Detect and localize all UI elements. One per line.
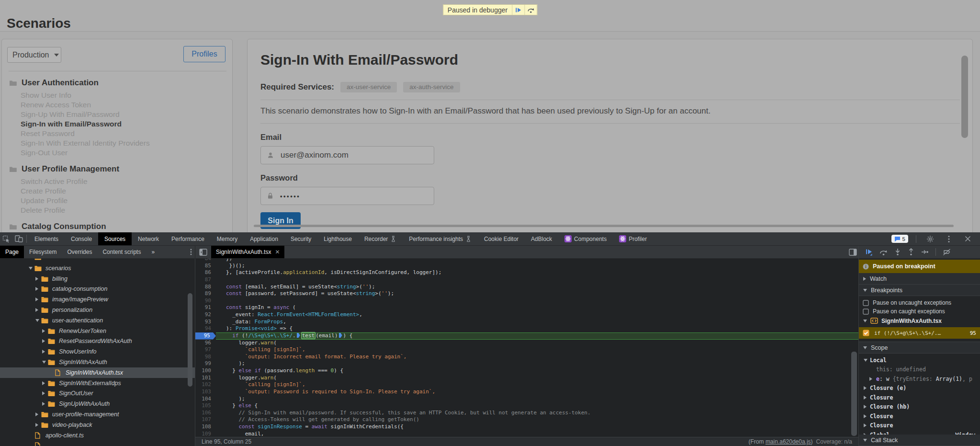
issues-counter[interactable]: 5 (891, 235, 908, 243)
step-location-marker-icon[interactable] (339, 333, 342, 338)
code-line[interactable]: 86}, [activeProfile.applicationId, isDir… (195, 269, 858, 276)
devtools-tab-sources[interactable]: Sources (98, 232, 132, 245)
sidebar-item-create-profile[interactable]: Create Profile (21, 186, 232, 196)
scope-section[interactable]: Scope (859, 342, 980, 354)
sidebar-item-sign-in-with-email-password[interactable]: Sign-In with Email/Password (21, 119, 232, 129)
tree-item-user-profile-management[interactable]: user-profile-management (0, 409, 195, 420)
code-line[interactable]: 101 logger.warn( (195, 375, 858, 382)
password-field[interactable]: •••••• (260, 187, 434, 205)
scope-entry[interactable]: this: undefined (859, 365, 980, 375)
tree-item-resetpasswordwithaxauth[interactable]: ResetPasswordWithAxAuth (0, 336, 195, 347)
pause-uncaught-row[interactable]: Pause on uncaught exceptions (859, 298, 980, 307)
sidebar-item-delete-profile[interactable]: Delete Profile (21, 206, 232, 215)
collapse-debugger-icon[interactable] (849, 246, 857, 258)
code-line[interactable]: 99 ); (195, 360, 858, 367)
code-line[interactable]: 102 `calling [signIn]`, (195, 381, 858, 389)
line-number[interactable]: 86 (195, 269, 216, 276)
code-line[interactable]: 91const signIn = async ( (195, 304, 858, 311)
devtools-tab-performance[interactable]: Performance (165, 232, 211, 245)
scope-entry-closure-e-[interactable]: Closure (e) (859, 384, 980, 393)
tree-item-signinwithexternalidps[interactable]: SignInWithExternalIdps (0, 378, 195, 389)
step-into-icon[interactable] (894, 248, 901, 256)
tree-item-video-playback[interactable]: video-playback (0, 420, 195, 430)
scope-entry-closure[interactable]: Closure (859, 393, 980, 402)
navigator-kebab-icon[interactable] (190, 246, 192, 258)
devtools-tab-application[interactable]: Application (244, 232, 284, 245)
line-number[interactable]: 89 (195, 290, 216, 297)
scope-entry-closure[interactable]: Closure (859, 412, 980, 421)
nav-section-title[interactable]: User Profile Management (9, 164, 232, 174)
devtools-tab-network[interactable]: Network (132, 232, 165, 245)
nav-section-title[interactable]: Catalog Consumption (9, 221, 232, 232)
resume-script-icon[interactable] (512, 5, 524, 15)
devtools-tab-lighthouse[interactable]: Lighthouse (317, 232, 358, 245)
code-line[interactable]: 108 const signInResponse = await signInW… (195, 423, 858, 431)
code-line[interactable]: 89const [password, setPassword] = useSta… (195, 290, 858, 297)
step-out-icon[interactable] (908, 248, 914, 256)
pause-caught-row[interactable]: Pause on caught exceptions (859, 307, 980, 316)
navigator-tab-overrides[interactable]: Overrides (62, 246, 97, 258)
navigator-tab-content-scripts[interactable]: Content scripts (97, 246, 146, 258)
sidebar-item-update-profile[interactable]: Update Profile (21, 196, 232, 206)
line-number[interactable]: 98 (195, 354, 216, 361)
editor-scrollbar[interactable] (851, 352, 857, 436)
line-number[interactable]: 93 (195, 319, 216, 326)
step-over-icon[interactable] (879, 249, 888, 256)
tree-item-image-imagepreview[interactable]: image/ImagePreview (0, 294, 195, 305)
code-line[interactable]: 105 } else { (195, 402, 858, 410)
breakpoint-file-row[interactable]: SignInWithAxAuth.tsx (859, 316, 980, 326)
tree-item-personalization[interactable]: personalization (0, 305, 195, 315)
gear-icon[interactable] (924, 235, 936, 243)
devtools-tab-components[interactable]: Components (558, 232, 613, 245)
devtools-tab-console[interactable]: Console (65, 232, 98, 245)
call-stack-section[interactable]: Call Stack (859, 435, 980, 446)
code-line[interactable]: 90 (195, 297, 858, 305)
step-location-marker-icon[interactable] (297, 333, 300, 338)
line-number[interactable]: 88 (195, 284, 216, 291)
editor-tab[interactable]: SignInWithAxAuth.tsx ✕ (211, 246, 284, 258)
code-line[interactable]: 87 (195, 276, 858, 284)
code-line[interactable]: 92 _event: React.FormEvent<HTMLFormEleme… (195, 311, 858, 319)
sidebar-item-sign-out-user[interactable]: Sign-Out User (21, 148, 232, 158)
sidebar-item-sign-up-with-email-password[interactable]: Sign-Up With Email/Password (21, 110, 232, 119)
tree-item-user-authentication[interactable]: user-authentication (0, 315, 195, 326)
source-file-link[interactable]: main.a620de0a.js (766, 438, 811, 445)
sidebar-item-sign-in-with-external-identity-providers[interactable]: Sign-In With External Identity Providers (21, 138, 232, 148)
scope-entry[interactable]: e: w {tryEntries: Array(1), p (859, 374, 980, 384)
line-number[interactable]: 85 (195, 263, 216, 270)
line-number[interactable]: 99 (195, 360, 216, 367)
line-number[interactable]: 100 (195, 367, 216, 375)
tree-item-signinwithaxauth[interactable]: SignInWithAxAuth (0, 357, 195, 367)
collapse-navigator-icon[interactable] (195, 246, 211, 258)
line-number[interactable]: 102 (195, 381, 216, 389)
close-devtools-icon[interactable] (961, 236, 974, 242)
navigator-tab--[interactable]: » (146, 246, 160, 258)
line-number[interactable]: 92 (195, 311, 216, 319)
devtools-tab-performance-insights[interactable]: Performance insights (403, 232, 478, 245)
code-line[interactable]: 103 `output: Password is required to Sig… (195, 389, 858, 396)
line-number[interactable]: 84 (195, 259, 216, 263)
tree-item-scenarios[interactable]: scenarios (0, 263, 195, 274)
line-number[interactable]: 107 (195, 416, 216, 423)
scope-entry-closure-hb-[interactable]: Closure (hb) (859, 402, 980, 412)
line-number[interactable]: 96 (195, 340, 216, 347)
breakpoints-section[interactable]: Breakpoints (859, 285, 980, 296)
scope-entry-closure[interactable]: Closure (859, 421, 980, 431)
tree-item-apollo-client-ts[interactable]: apollo-client.ts (0, 430, 195, 441)
code-line[interactable]: 100 } else if (password.length === 0) { (195, 367, 858, 375)
step-over-icon[interactable] (524, 5, 537, 15)
sidebar-item-renew-access-token[interactable]: Renew Access Token (21, 100, 232, 110)
devtools-tab-memory[interactable]: Memory (211, 232, 244, 245)
navigator-tab-filesystem[interactable]: Filesystem (24, 246, 62, 258)
tree-item-partial[interactable] (0, 441, 195, 446)
navigator-tab-page[interactable]: Page (0, 246, 24, 258)
code-line[interactable]: 96 logger.warn( (195, 340, 858, 347)
line-number[interactable]: 105 (195, 402, 216, 410)
environment-dropdown[interactable]: Production (7, 47, 61, 63)
code-line[interactable]: 85 })(); (195, 263, 858, 270)
nav-section-title[interactable]: User Authentication (9, 78, 232, 88)
code-line[interactable]: 94): Promise<void> => { (195, 325, 858, 332)
sidebar-item-switch-active-profile[interactable]: Switch Active Profile (21, 177, 232, 186)
code-line-paused[interactable]: 95 if (!/\S+@\S+\.\S+/.test(email)) { (195, 332, 858, 340)
line-number[interactable]: 91 (195, 304, 216, 311)
